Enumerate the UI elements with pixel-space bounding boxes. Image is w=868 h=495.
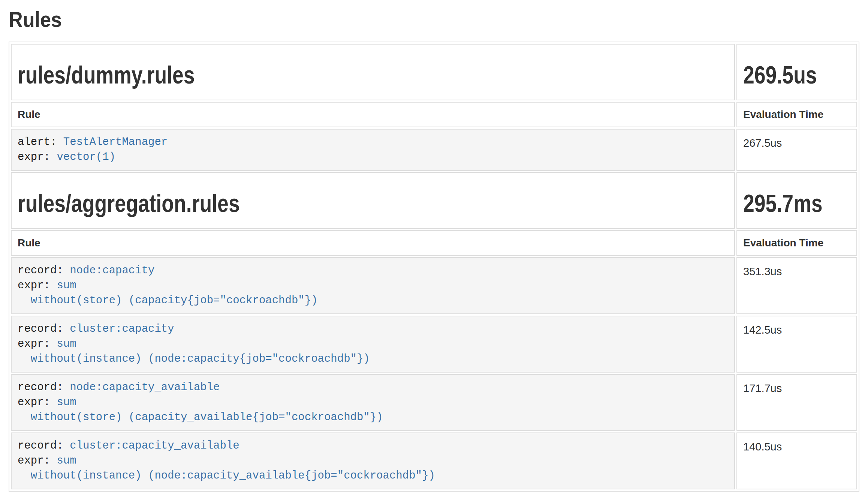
rule-column-header: Rule xyxy=(11,230,735,256)
eval-time-value: 351.3us xyxy=(736,257,857,314)
rule-name-link[interactable]: TestAlertManager xyxy=(63,136,168,148)
rule-row: record: cluster:capacity_availableexpr: … xyxy=(11,432,857,489)
rules-table: rules/dummy.rules 269.5us Rule Evaluatio… xyxy=(9,42,859,492)
expr-key: expr: xyxy=(18,279,57,292)
rule-cell: record: node:capacityexpr: sum without(s… xyxy=(11,257,735,314)
rule-key: alert: xyxy=(18,136,63,148)
group-file-title: rules/dummy.rules xyxy=(18,60,586,89)
expr-link[interactable]: sum without(instance) (node:capacity_ava… xyxy=(18,455,435,482)
expr-link[interactable]: sum without(instance) (node:capacity{job… xyxy=(18,338,370,365)
eval-time-value: 171.7us xyxy=(736,374,857,431)
expr-key: expr: xyxy=(18,338,57,350)
eval-time-column-header: Evaluation Time xyxy=(736,230,857,256)
rule-code: record: node:capacity_availableexpr: sum… xyxy=(18,380,728,425)
rule-column-header: Rule xyxy=(11,102,735,127)
rule-code: record: cluster:capacityexpr: sum withou… xyxy=(18,322,728,367)
rule-key: record: xyxy=(18,440,70,452)
rule-name-link[interactable]: node:capacity xyxy=(70,264,154,277)
rule-code: record: cluster:capacity_availableexpr: … xyxy=(18,438,728,483)
rule-code: alert: TestAlertManagerexpr: vector(1) xyxy=(18,135,728,165)
eval-time-value: 142.5us xyxy=(736,316,857,373)
rule-cell: record: cluster:capacityexpr: sum withou… xyxy=(11,316,735,373)
rule-cell: record: cluster:capacity_availableexpr: … xyxy=(11,432,735,489)
rule-cell: record: node:capacity_availableexpr: sum… xyxy=(11,374,735,431)
rule-name-link[interactable]: cluster:capacity xyxy=(70,323,174,335)
group-eval-cell: 269.5us xyxy=(736,44,857,100)
column-header-row: Rule Evaluation Time xyxy=(11,102,857,127)
expr-link[interactable]: vector(1) xyxy=(57,151,115,163)
expr-key: expr: xyxy=(18,396,57,409)
rule-row: record: cluster:capacityexpr: sum withou… xyxy=(11,316,857,373)
rule-row: alert: TestAlertManagerexpr: vector(1) 2… xyxy=(11,129,857,171)
group-header-row: rules/aggregation.rules 295.7ms xyxy=(11,172,857,229)
page-title: Rules xyxy=(9,7,774,32)
expr-link[interactable]: sum without(store) (capacity{job="cockro… xyxy=(18,279,318,307)
group-file-title: rules/aggregation.rules xyxy=(18,189,586,218)
rule-row: record: node:capacityexpr: sum without(s… xyxy=(11,257,857,314)
rule-name-link[interactable]: node:capacity_available xyxy=(70,381,220,394)
expr-key: expr: xyxy=(18,151,57,163)
eval-time-column-header: Evaluation Time xyxy=(736,102,857,127)
eval-time-value: 140.5us xyxy=(736,432,857,489)
expr-key: expr: xyxy=(18,455,57,467)
group-eval-cell: 295.7ms xyxy=(736,172,857,229)
group-header-row: rules/dummy.rules 269.5us xyxy=(11,44,857,100)
rule-code: record: node:capacityexpr: sum without(s… xyxy=(18,263,728,308)
rule-name-link[interactable]: cluster:capacity_available xyxy=(70,440,239,452)
group-file-cell: rules/dummy.rules xyxy=(11,44,735,100)
column-header-row: Rule Evaluation Time xyxy=(11,230,857,256)
rule-key: record: xyxy=(18,323,70,335)
rule-row: record: node:capacity_availableexpr: sum… xyxy=(11,374,857,431)
rule-cell: alert: TestAlertManagerexpr: vector(1) xyxy=(11,129,735,171)
rules-page: Rules rules/dummy.rules 269.5us Rule Eva… xyxy=(0,7,868,492)
group-eval-time: 269.5us xyxy=(743,60,829,89)
group-file-cell: rules/aggregation.rules xyxy=(11,172,735,229)
expr-link[interactable]: sum without(store) (capacity_available{j… xyxy=(18,396,383,423)
rule-key: record: xyxy=(18,381,70,394)
rule-key: record: xyxy=(18,264,70,277)
group-eval-time: 295.7ms xyxy=(743,189,829,218)
eval-time-value: 267.5us xyxy=(736,129,857,171)
